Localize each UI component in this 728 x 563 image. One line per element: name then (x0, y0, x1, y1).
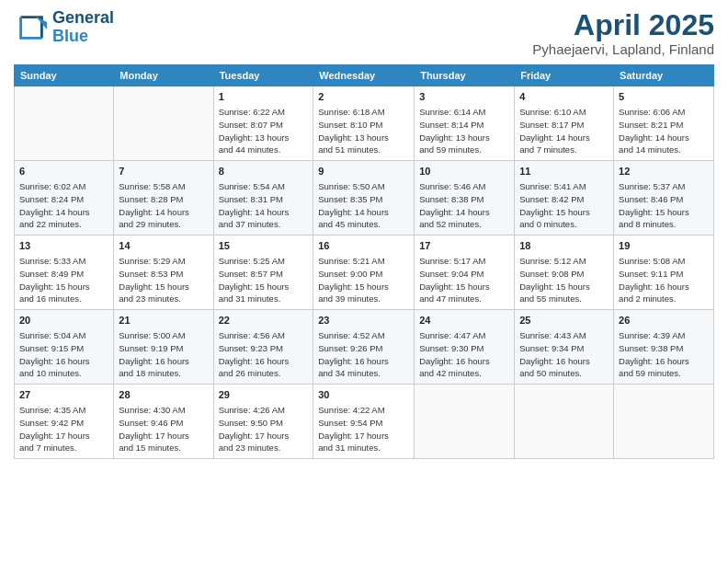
day-info: Daylight: 15 hours (19, 281, 108, 293)
calendar-cell: 2Sunrise: 6:18 AMSunset: 8:10 PMDaylight… (313, 86, 415, 161)
calendar-cell: 11Sunrise: 5:41 AMSunset: 8:42 PMDayligh… (515, 161, 614, 236)
calendar-cell: 22Sunrise: 4:56 AMSunset: 9:23 PMDayligh… (213, 310, 313, 385)
day-info: and 47 minutes. (419, 293, 509, 305)
calendar-cell: 26Sunrise: 4:39 AMSunset: 9:38 PMDayligh… (614, 310, 714, 385)
day-info: Sunset: 8:49 PM (19, 268, 108, 281)
day-info: Sunrise: 5:17 AM (419, 255, 509, 268)
calendar-cell: 7Sunrise: 5:58 AMSunset: 8:28 PMDaylight… (114, 161, 213, 236)
calendar-cell: 9Sunrise: 5:50 AMSunset: 8:35 PMDaylight… (313, 161, 415, 236)
calendar-cell: 30Sunrise: 4:22 AMSunset: 9:54 PMDayligh… (313, 385, 415, 459)
day-info: Sunset: 8:21 PM (619, 119, 709, 132)
day-info: and 7 minutes. (19, 442, 108, 454)
calendar-cell (515, 385, 614, 459)
day-number: 13 (19, 239, 108, 254)
calendar-cell: 16Sunrise: 5:21 AMSunset: 9:00 PMDayligh… (313, 236, 415, 310)
calendar-cell: 8Sunrise: 5:54 AMSunset: 8:31 PMDaylight… (213, 161, 313, 236)
day-info: Sunset: 9:26 PM (318, 342, 409, 355)
day-info: Daylight: 17 hours (19, 430, 108, 442)
day-info: Daylight: 15 hours (219, 281, 309, 293)
day-number: 3 (419, 90, 509, 105)
calendar-cell: 14Sunrise: 5:29 AMSunset: 8:53 PMDayligh… (114, 236, 213, 310)
day-number: 23 (318, 314, 409, 328)
calendar-table: Sunday Monday Tuesday Wednesday Thursday… (14, 64, 714, 459)
col-friday: Friday (515, 65, 614, 86)
day-info: Daylight: 14 hours (619, 132, 709, 144)
day-info: Sunrise: 4:39 AM (619, 329, 709, 342)
col-saturday: Saturday (614, 65, 714, 86)
day-info: and 59 minutes. (419, 144, 509, 156)
day-info: Daylight: 14 hours (318, 206, 409, 219)
day-info: Daylight: 17 hours (318, 430, 409, 442)
day-info: and 44 minutes. (219, 144, 309, 156)
day-info: and 52 minutes. (419, 218, 509, 231)
day-info: Sunrise: 5:54 AM (219, 180, 309, 193)
day-info: Sunrise: 4:56 AM (219, 329, 309, 342)
title-block: April 2025 Pyhaejaervi, Lapland, Finland (532, 9, 714, 57)
day-info: Sunrise: 6:10 AM (519, 106, 609, 119)
page: General Blue April 2025 Pyhaejaervi, Lap… (0, 0, 728, 563)
day-info: Sunset: 8:46 PM (619, 193, 709, 206)
day-number: 11 (519, 165, 609, 179)
day-number: 8 (219, 165, 309, 179)
day-info: Sunset: 8:10 PM (318, 119, 409, 132)
day-info: Sunset: 8:53 PM (119, 268, 208, 281)
day-number: 10 (419, 165, 509, 179)
logo-line2: Blue (52, 27, 88, 45)
day-info: Sunset: 9:04 PM (419, 268, 509, 281)
day-info: Sunrise: 4:26 AM (219, 404, 309, 417)
day-info: and 50 minutes. (519, 367, 609, 380)
day-info: and 59 minutes. (619, 367, 709, 380)
day-info: Sunset: 8:07 PM (219, 119, 309, 132)
day-info: Sunset: 9:46 PM (119, 417, 208, 430)
day-info: and 16 minutes. (19, 293, 108, 305)
day-info: Sunrise: 5:00 AM (119, 329, 208, 342)
day-info: Sunrise: 5:37 AM (619, 180, 709, 193)
day-info: Sunrise: 5:41 AM (519, 180, 609, 193)
svg-rect-0 (14, 10, 49, 45)
calendar-cell: 10Sunrise: 5:46 AMSunset: 8:38 PMDayligh… (415, 161, 515, 236)
day-info: Sunrise: 5:25 AM (219, 255, 309, 268)
calendar-cell: 6Sunrise: 6:02 AMSunset: 8:24 PMDaylight… (15, 161, 114, 236)
calendar-subtitle: Pyhaejaervi, Lapland, Finland (532, 41, 714, 57)
day-info: Daylight: 16 hours (119, 355, 208, 368)
day-info: Sunrise: 4:43 AM (519, 329, 609, 342)
day-info: and 29 minutes. (119, 218, 208, 231)
day-info: and 39 minutes. (318, 293, 409, 305)
calendar-cell: 5Sunrise: 6:06 AMSunset: 8:21 PMDaylight… (614, 86, 714, 161)
calendar-cell: 27Sunrise: 4:35 AMSunset: 9:42 PMDayligh… (15, 385, 114, 459)
day-number: 28 (119, 388, 208, 403)
day-number: 21 (119, 314, 208, 328)
calendar-body: 1Sunrise: 6:22 AMSunset: 8:07 PMDaylight… (15, 86, 714, 459)
col-tuesday: Tuesday (213, 65, 313, 86)
day-info: Sunset: 9:15 PM (19, 342, 108, 355)
header-row: Sunday Monday Tuesday Wednesday Thursday… (15, 65, 714, 86)
day-number: 15 (219, 239, 309, 254)
day-info: Daylight: 15 hours (619, 206, 709, 219)
day-info: Daylight: 13 hours (219, 132, 309, 144)
calendar-cell: 1Sunrise: 6:22 AMSunset: 8:07 PMDaylight… (213, 86, 313, 161)
calendar-cell: 20Sunrise: 5:04 AMSunset: 9:15 PMDayligh… (15, 310, 114, 385)
day-info: Daylight: 13 hours (419, 132, 509, 144)
calendar-cell: 12Sunrise: 5:37 AMSunset: 8:46 PMDayligh… (614, 161, 714, 236)
calendar-cell: 13Sunrise: 5:33 AMSunset: 8:49 PMDayligh… (15, 236, 114, 310)
calendar-cell: 4Sunrise: 6:10 AMSunset: 8:17 PMDaylight… (515, 86, 614, 161)
day-info: Sunrise: 5:21 AM (318, 255, 409, 268)
day-info: Sunrise: 6:18 AM (318, 106, 409, 119)
day-info: Daylight: 14 hours (119, 206, 208, 219)
day-info: and 0 minutes. (519, 218, 609, 231)
week-row-3: 20Sunrise: 5:04 AMSunset: 9:15 PMDayligh… (15, 310, 714, 385)
day-info: Sunset: 8:14 PM (419, 119, 509, 132)
day-info: Sunrise: 4:22 AM (318, 404, 409, 417)
day-info: and 23 minutes. (119, 293, 208, 305)
day-info: and 55 minutes. (519, 293, 609, 305)
day-info: Sunset: 8:28 PM (119, 193, 208, 206)
day-info: Sunrise: 4:52 AM (318, 329, 409, 342)
day-info: Sunrise: 5:29 AM (119, 255, 208, 268)
day-info: and 34 minutes. (318, 367, 409, 380)
day-info: and 15 minutes. (119, 442, 208, 454)
day-info: Sunset: 8:38 PM (419, 193, 509, 206)
day-number: 19 (619, 239, 709, 254)
day-info: Daylight: 15 hours (318, 281, 409, 293)
day-number: 1 (219, 90, 309, 105)
day-info: Sunset: 8:42 PM (519, 193, 609, 206)
